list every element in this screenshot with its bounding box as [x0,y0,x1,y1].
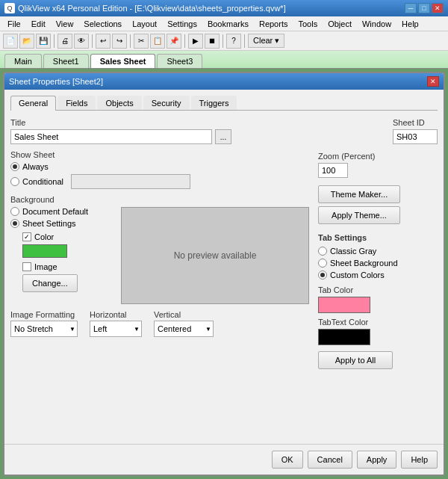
dialog-close-btn[interactable]: ✕ [427,76,439,87]
color-label: Color [34,232,54,241]
copy-btn[interactable]: 📋 [150,34,165,49]
sheet-id-input[interactable] [393,129,438,144]
sheet-id-label: Sheet ID [393,118,438,127]
radio-sheet-background[interactable]: Sheet Background [318,259,438,268]
preview-text: No preview available [174,250,257,261]
radio-conditional[interactable]: Conditional [10,174,309,189]
theme-maker-btn[interactable]: Theme Maker... [318,185,400,203]
tab-color-swatch[interactable] [318,297,370,313]
radio-sheet-dot [10,219,19,228]
vertical-select[interactable]: Centered Top Bottom [154,321,214,337]
help-btn[interactable]: Help [401,451,438,469]
conditional-label: Conditional [22,177,63,186]
conditional-input[interactable] [71,174,190,189]
sheet-id-group: Sheet ID [393,118,438,144]
zoom-label: Zoom (Percent) [318,152,438,161]
ok-btn[interactable]: OK [272,451,303,469]
tab-main[interactable]: Main [4,54,42,68]
menu-view[interactable]: View [52,18,78,30]
tab-sales-sheet[interactable]: Sales Sheet [90,54,156,68]
clear-label: Clear ▾ [253,36,279,46]
tab-fields[interactable]: Fields [57,96,96,110]
toolbar-sep-5 [223,34,223,48]
menu-layout[interactable]: Layout [128,18,161,30]
toolbar: 📄 📂 💾 🖨 👁 ↩ ↪ ✂ 📋 📌 ▶ ⏹ ? Clear ▾ [0,31,448,51]
vertical-group: Vertical Centered Top Bottom ▼ [154,310,214,337]
clear-btn[interactable]: Clear ▾ [248,34,284,48]
tab-sheet3[interactable]: Sheet3 [157,54,202,68]
menu-edit[interactable]: Edit [27,18,50,30]
dialog-tabs: General Fields Objects Security Triggers [10,96,438,111]
radio-classic-gray[interactable]: Classic Gray [318,247,438,256]
color-checkbox[interactable]: ✓ Color [22,232,115,241]
sheet-id-section: Sheet ID [318,118,438,144]
cut-btn[interactable]: ✂ [134,34,149,49]
new-btn[interactable]: 📄 [3,34,18,49]
color-swatch-row [22,244,115,258]
tab-objects[interactable]: Objects [97,96,141,110]
radio-custom-colors[interactable]: Custom Colors [318,271,438,279]
tab-security[interactable]: Security [143,96,190,110]
title-ellipsis-btn[interactable]: ... [215,129,231,144]
run-btn[interactable]: ▶ [188,34,203,49]
menu-window[interactable]: Window [358,18,396,30]
title-input[interactable] [10,129,212,144]
stop-btn[interactable]: ⏹ [205,34,220,49]
background-left: Document Default Sheet Settings ✓ Color [10,207,115,304]
close-app-btn[interactable]: ✕ [432,3,444,13]
menu-selections[interactable]: Selections [79,18,126,30]
tab-text-color-section: TabText Color [318,318,438,345]
img-format-group: Image Formatting No Stretch Stretch Keep… [10,310,78,337]
menu-reports[interactable]: Reports [255,18,293,30]
tab-color-label: Tab Color [318,285,438,294]
paste-btn[interactable]: 📌 [167,34,181,49]
radio-always[interactable]: Always [10,162,309,171]
radio-sheet-settings[interactable]: Sheet Settings [10,219,115,228]
save-btn[interactable]: 💾 [36,34,51,49]
formatting-row: Image Formatting No Stretch Stretch Keep… [10,310,309,337]
tab-settings-section: Tab Settings Classic Gray Sheet Backgrou… [318,229,438,374]
apply-btn[interactable]: Apply [357,451,397,469]
tab-color-section: Tab Color [318,285,438,313]
apply-theme-btn[interactable]: Apply Theme... [318,206,400,224]
apply-to-all-btn[interactable]: Apply to All [318,351,393,369]
redo-btn[interactable]: ↪ [112,34,127,49]
img-format-select[interactable]: No Stretch Stretch Keep Aspect Tile [10,321,78,337]
menu-object[interactable]: Object [323,18,356,30]
radio-sheet-bg-dot [318,259,327,268]
background-label: Background [10,195,309,204]
help-icon-btn[interactable]: ? [226,34,241,49]
undo-btn[interactable]: ↩ [96,34,111,49]
image-checkbox[interactable]: Image [22,262,115,271]
radio-classic-gray-dot [318,247,327,256]
theme-section: Theme Maker... Apply Theme... [318,185,438,224]
tab-text-color-swatch[interactable] [318,329,370,345]
bg-color-swatch[interactable] [22,244,67,258]
tab-general[interactable]: General [10,96,56,111]
change-btn[interactable]: Change... [22,274,78,292]
minimize-btn[interactable]: ─ [405,3,417,13]
toolbar-sep-4 [184,34,185,48]
radio-conditional-dot [10,177,19,186]
menu-help[interactable]: Help [397,18,423,30]
background-content: Document Default Sheet Settings ✓ Color [10,207,309,304]
tab-triggers[interactable]: Triggers [191,96,237,110]
zoom-input[interactable] [318,163,348,178]
preview-btn[interactable]: 👁 [74,34,89,49]
show-sheet-section: Show Sheet Always Conditional [10,150,309,189]
radio-custom-dot [318,271,327,279]
menu-tools[interactable]: Tools [293,18,322,30]
print-btn[interactable]: 🖨 [57,34,72,49]
radio-doc-default[interactable]: Document Default [10,207,115,216]
horizontal-select[interactable]: Left Center Right [90,321,142,337]
img-format-dropdown-wrap: No Stretch Stretch Keep Aspect Tile ▼ [10,321,78,337]
tab-sheet1[interactable]: Sheet1 [43,54,89,68]
cancel-btn[interactable]: Cancel [308,451,352,469]
maximize-btn[interactable]: □ [418,3,430,13]
menu-settings[interactable]: Settings [163,18,202,30]
color-checkbox-box: ✓ [22,232,31,241]
vertical-dropdown-wrap: Centered Top Bottom ▼ [154,321,214,337]
menu-file[interactable]: File [3,18,25,30]
open-btn[interactable]: 📂 [19,34,34,49]
menu-bookmarks[interactable]: Bookmarks [203,18,253,30]
